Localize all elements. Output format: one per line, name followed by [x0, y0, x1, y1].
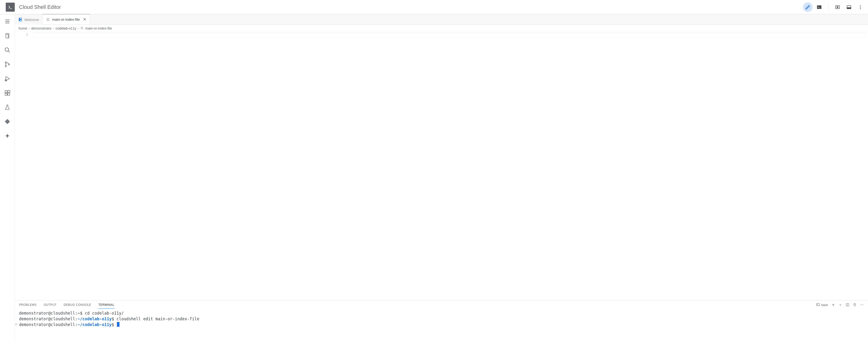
svg-rect-29	[20, 18, 22, 19]
svg-point-14	[5, 48, 8, 51]
extensions-icon[interactable]	[3, 89, 12, 97]
terminal-line-3: demonstrator@cloudshell:~/codelab-o11y$	[19, 322, 864, 328]
file-lines-icon	[46, 18, 50, 22]
svg-point-10	[860, 8, 861, 9]
explorer-icon[interactable]	[3, 31, 12, 40]
code-line-1[interactable]	[33, 33, 865, 38]
svg-point-43	[862, 305, 862, 305]
preview-button[interactable]	[833, 2, 842, 12]
more-icon[interactable]	[860, 303, 864, 307]
activity-bar	[0, 14, 15, 342]
terminal-line-2: demonstrator@cloudshell:~/codelab-o11y$ …	[19, 316, 864, 322]
breadcrumb: home › demonstrator › codelab-o11y › mai…	[15, 25, 868, 32]
chevron-right-icon: ›	[78, 26, 79, 30]
editor-area: Welcome main-or-index-file ✕ home › demo…	[15, 14, 868, 342]
breadcrumb-codelab[interactable]: codelab-o11y	[56, 26, 76, 30]
test-icon[interactable]	[3, 103, 12, 112]
sparkle-icon[interactable]	[3, 132, 12, 140]
new-terminal-button[interactable]	[831, 303, 835, 307]
run-debug-icon[interactable]	[3, 74, 12, 83]
tab-bar: Welcome main-or-index-file ✕	[15, 14, 868, 25]
divider	[828, 4, 829, 10]
trash-icon[interactable]	[853, 303, 857, 307]
terminal-small-icon	[816, 303, 820, 307]
svg-point-9	[860, 7, 861, 7]
tab-welcome[interactable]: Welcome	[15, 14, 42, 25]
cloud-code-icon[interactable]	[3, 117, 12, 126]
app-title: Cloud Shell Editor	[19, 4, 61, 10]
welcome-icon	[18, 18, 22, 22]
shell-name: bash	[822, 303, 828, 307]
code-content[interactable]	[33, 32, 868, 300]
svg-rect-30	[20, 20, 22, 21]
svg-point-16	[5, 62, 6, 63]
panel-tabs: PROBLEMS OUTPUT DEBUG CONSOLE TERMINAL b…	[15, 301, 868, 309]
source-control-icon[interactable]	[3, 60, 12, 69]
svg-line-23	[6, 81, 6, 81]
svg-point-18	[8, 64, 9, 65]
svg-point-17	[5, 65, 6, 67]
svg-line-15	[8, 51, 10, 52]
cloud-shell-logo-icon	[6, 3, 15, 12]
edit-button[interactable]	[803, 2, 812, 12]
panel-tab-terminal[interactable]: TERMINAL	[98, 301, 114, 309]
svg-rect-7	[847, 7, 851, 8]
svg-rect-28	[19, 18, 20, 21]
tab-file-label: main-or-index-file	[52, 18, 80, 22]
bottom-panel: PROBLEMS OUTPUT DEBUG CONSOLE TERMINAL b…	[15, 300, 868, 342]
terminal-line-1: demonstrator@cloudshell:~$ cd codelab-o1…	[19, 311, 864, 316]
layout-button[interactable]	[844, 2, 854, 12]
file-lines-icon	[80, 26, 84, 30]
menu-icon[interactable]	[3, 17, 12, 26]
chevron-right-icon: ›	[29, 26, 30, 30]
svg-rect-24	[5, 91, 7, 93]
svg-rect-1	[817, 5, 822, 9]
close-icon[interactable]: ✕	[83, 18, 86, 22]
panel-actions: bash	[816, 303, 864, 307]
breadcrumb-file[interactable]: main-or-index-file	[80, 26, 112, 30]
tab-file[interactable]: main-or-index-file ✕	[42, 14, 90, 25]
split-terminal-button[interactable]	[846, 303, 849, 307]
svg-point-5	[837, 7, 838, 7]
svg-line-22	[5, 81, 5, 81]
svg-point-42	[860, 305, 861, 305]
terminal-button[interactable]	[814, 2, 824, 12]
svg-rect-26	[8, 93, 10, 95]
top-header: Cloud Shell Editor	[0, 0, 868, 14]
tab-welcome-label: Welcome	[24, 18, 39, 22]
terminal[interactable]: demonstrator@cloudshell:~$ cd codelab-o1…	[15, 309, 868, 342]
svg-rect-25	[5, 93, 7, 95]
chevron-down-icon[interactable]	[838, 303, 842, 307]
svg-rect-37	[816, 304, 819, 306]
more-menu-button[interactable]	[856, 2, 865, 12]
header-actions	[803, 2, 865, 12]
terminal-cursor	[117, 322, 120, 327]
code-editor[interactable]: 1	[15, 32, 868, 300]
svg-point-8	[860, 5, 861, 6]
panel-tab-debug[interactable]: DEBUG CONSOLE	[64, 301, 91, 308]
dirty-indicator-icon	[15, 323, 17, 325]
breadcrumb-demonstrator[interactable]: demonstrator	[31, 26, 52, 30]
svg-point-44	[863, 305, 863, 305]
line-number: 1	[15, 33, 28, 36]
editor-gutter: 1	[15, 32, 33, 300]
panel-tab-problems[interactable]: PROBLEMS	[19, 301, 36, 308]
svg-rect-27	[8, 90, 10, 92]
search-icon[interactable]	[3, 46, 12, 54]
breadcrumb-home[interactable]: home	[19, 26, 27, 30]
terminal-shell-badge[interactable]: bash	[816, 303, 828, 307]
chevron-right-icon: ›	[53, 26, 54, 30]
panel-tab-output[interactable]: OUTPUT	[43, 301, 56, 308]
